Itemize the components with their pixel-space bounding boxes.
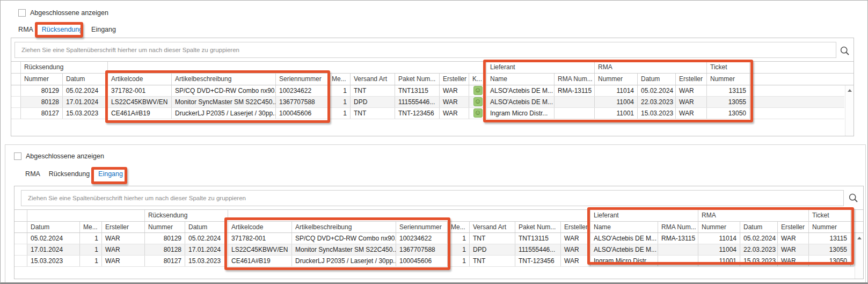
column-header[interactable]: Artikelbeschreibung bbox=[292, 222, 396, 232]
cell-value: WAR bbox=[778, 256, 809, 266]
cell-value: TNT-123456 bbox=[395, 108, 440, 119]
cell-value: SP/CQ DVD+CD-RW Combo nx90... bbox=[292, 233, 396, 244]
tab-ruecksendung[interactable]: Rücksendung bbox=[45, 168, 94, 181]
band-header-filler bbox=[750, 62, 854, 73]
tab-ruecksendung[interactable]: Rücksendung bbox=[38, 23, 87, 37]
cell-value: RMA-13115 bbox=[658, 233, 698, 244]
table-row[interactable]: 8012715.03.2023CE461A#B19DruckerLJ P2035… bbox=[11, 108, 844, 119]
column-header[interactable]: Nummer bbox=[707, 74, 750, 85]
column-header[interactable]: Paket Num... bbox=[395, 74, 440, 85]
column-header[interactable]: Nummer bbox=[809, 222, 851, 232]
column-header[interactable]: Name bbox=[590, 222, 658, 232]
column-header[interactable]: Me... bbox=[448, 222, 470, 232]
column-header[interactable]: Me... bbox=[80, 222, 102, 232]
column-header[interactable]: Datum bbox=[27, 222, 80, 232]
band-header-lieferant[interactable]: Lieferant bbox=[487, 62, 595, 73]
tab-rma[interactable]: RMA bbox=[14, 23, 38, 37]
column-header[interactable]: Artikelcode bbox=[108, 74, 172, 85]
cell-value: 13115 bbox=[707, 85, 750, 96]
column-header[interactable]: Paket Num... bbox=[515, 222, 561, 232]
column-header[interactable]: Seriennummer bbox=[396, 222, 448, 232]
tab-eingang[interactable]: Eingang bbox=[87, 23, 120, 37]
column-header[interactable]: Nummer bbox=[21, 74, 63, 85]
cell-value: 80129 bbox=[145, 233, 185, 244]
column-header[interactable]: K... bbox=[469, 74, 487, 85]
band-header-row: RücksendungLieferantRMATicket bbox=[11, 62, 854, 74]
column-header[interactable]: Artikelcode bbox=[228, 222, 292, 232]
row-indicator bbox=[11, 74, 21, 85]
table-row[interactable]: 8012905.02.2024371782-001SP/CQ DVD+CD-RW… bbox=[11, 85, 844, 97]
column-header[interactable]: Ersteller bbox=[778, 222, 809, 232]
cell-value: 80127 bbox=[21, 108, 63, 119]
column-header[interactable]: Ersteller bbox=[676, 74, 707, 85]
cell-value: 11001 bbox=[698, 256, 740, 266]
column-header[interactable]: Artikelbeschreibung bbox=[172, 74, 276, 85]
column-header[interactable]: Datum bbox=[638, 74, 676, 85]
cell-value: LS22C45KBWV/EN bbox=[108, 97, 172, 107]
vertical-scrollbar[interactable] bbox=[855, 233, 863, 279]
column-header[interactable]: Ersteller bbox=[440, 74, 469, 85]
group-panel-hint: Ziehen Sie eine Spaltenüberschrift hierh… bbox=[21, 47, 239, 53]
column-header[interactable]: Name bbox=[487, 74, 555, 85]
column-header[interactable]: Datum bbox=[740, 222, 778, 232]
cell-value: TNT-123456 bbox=[515, 256, 561, 266]
band-header-filler bbox=[851, 210, 863, 221]
table-row[interactable]: 8012817.01.2024LS22C45KBWV/ENMonitor Syn… bbox=[11, 97, 844, 108]
column-header[interactable]: Datum bbox=[63, 74, 108, 85]
band-header-rücksendung[interactable]: Rücksendung bbox=[21, 62, 108, 73]
cell-value: TNT bbox=[351, 85, 395, 96]
tab-rma[interactable]: RMA bbox=[21, 168, 45, 181]
show-completed-checkbox[interactable] bbox=[14, 152, 21, 160]
column-header[interactable]: Me... bbox=[329, 74, 351, 85]
cell-value: 1 bbox=[329, 85, 351, 96]
row-filler bbox=[750, 85, 844, 96]
smiley-happy-icon: ☺ bbox=[473, 97, 483, 106]
band-header-lieferant[interactable]: Lieferant bbox=[590, 210, 698, 221]
scroll-up-icon[interactable] bbox=[845, 86, 854, 94]
column-header[interactable]: Ersteller bbox=[102, 222, 145, 232]
tab-eingang[interactable]: Eingang bbox=[94, 168, 127, 181]
band-header-rma[interactable]: RMA bbox=[595, 62, 707, 73]
group-by-panel[interactable]: Ziehen Sie eine Spaltenüberschrift hierh… bbox=[14, 186, 863, 210]
band-header-ticket[interactable]: Ticket bbox=[809, 210, 851, 221]
cell-value: DPD bbox=[351, 97, 395, 107]
band-header-rücksendung[interactable]: Rücksendung bbox=[145, 210, 228, 221]
column-header[interactable]: Versand Art bbox=[470, 222, 515, 232]
show-completed-checkbox[interactable] bbox=[18, 9, 26, 17]
cell-value: TNT bbox=[351, 108, 395, 119]
group-by-panel[interactable]: Ziehen Sie eine Spaltenüberschrift hierh… bbox=[11, 38, 854, 62]
cell-value: 1 bbox=[448, 244, 470, 255]
band-header-ticket[interactable]: Ticket bbox=[707, 62, 750, 73]
cell-value: 15.03.2023 bbox=[63, 108, 108, 119]
vertical-scrollbar[interactable] bbox=[845, 85, 854, 136]
column-header[interactable]: RMA Num... bbox=[555, 74, 595, 85]
column-header[interactable]: Versand Art bbox=[351, 74, 395, 85]
column-header[interactable]: RMA Num... bbox=[658, 222, 698, 232]
cell-value: ☺ bbox=[469, 97, 487, 107]
table-row[interactable]: 05.02.20241WAR8012905.02.2024371782-001S… bbox=[14, 233, 854, 244]
cell-value: WAR bbox=[440, 108, 469, 119]
column-header[interactable]: Nummer bbox=[595, 74, 638, 85]
row-filler bbox=[750, 97, 844, 107]
band-header-rma[interactable]: RMA bbox=[698, 210, 809, 221]
column-header[interactable]: Datum bbox=[185, 222, 228, 232]
column-header[interactable]: Nummer bbox=[698, 222, 740, 232]
scroll-up-icon[interactable] bbox=[855, 234, 864, 242]
cell-value: CE461A#B19 bbox=[228, 256, 292, 266]
cell-value: 13050 bbox=[707, 108, 750, 119]
column-header[interactable]: Nummer bbox=[145, 222, 185, 232]
search-icon[interactable] bbox=[840, 46, 850, 56]
eingang-grid: Ziehen Sie eine Spaltenüberschrift hierh… bbox=[14, 186, 864, 279]
table-row[interactable]: 17.01.20241WAR8012817.01.2024LS22C45KBWV… bbox=[14, 244, 854, 256]
smiley-happy-icon: ☺ bbox=[473, 86, 483, 95]
search-icon[interactable] bbox=[848, 193, 859, 203]
cell-value: 05.02.2024 bbox=[740, 233, 778, 244]
group-drop-area: Ziehen Sie eine Spaltenüberschrift hierh… bbox=[14, 42, 836, 58]
column-header[interactable]: Ersteller bbox=[561, 222, 590, 232]
cell-value: 17.01.2024 bbox=[185, 244, 228, 255]
cell-value: WAR bbox=[676, 97, 707, 107]
cell-value: 371782-001 bbox=[108, 85, 172, 96]
column-header[interactable]: Seriennummer bbox=[276, 74, 329, 85]
cell-value: 05.02.2024 bbox=[27, 233, 80, 244]
table-row[interactable]: 15.03.20231WAR8012715.03.2023CE461A#B19D… bbox=[14, 256, 854, 267]
